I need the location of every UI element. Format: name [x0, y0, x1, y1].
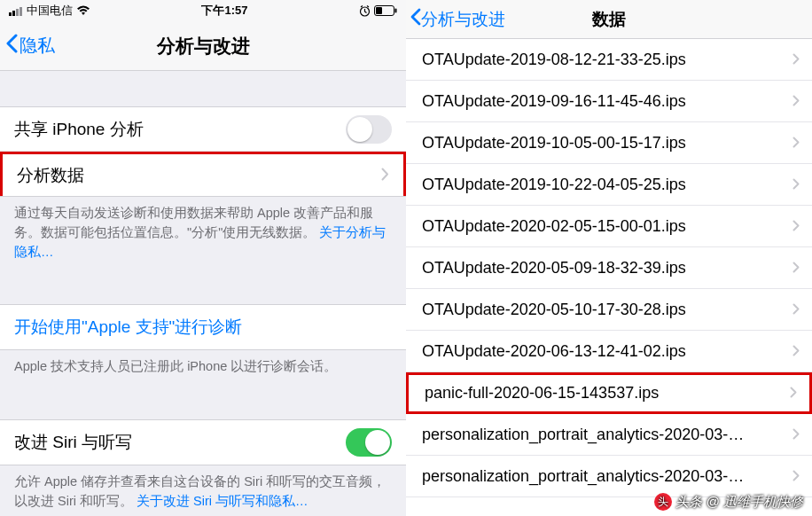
improve-siri-switch[interactable]	[346, 428, 392, 457]
analytics-data-row[interactable]: 分析数据	[0, 152, 406, 196]
status-bar: 中国电信 下午1:57	[0, 0, 406, 21]
chevron-left-icon	[5, 34, 18, 58]
nav-bar: 隐私 分析与改进	[0, 21, 406, 71]
data-file-label: OTAUpdate-2019-09-16-11-45-46.ips	[422, 92, 686, 111]
data-file-label: OTAUpdate-2019-10-05-00-15-17.ips	[422, 134, 686, 152]
improve-siri-label: 改进 Siri 与听写	[14, 431, 132, 454]
data-file-row[interactable]: personalization_portrait_analytics-2020-…	[406, 414, 812, 456]
wifi-icon	[76, 5, 90, 16]
data-file-row[interactable]: OTAUpdate-2019-08-12-21-33-25.ips	[406, 39, 812, 81]
data-nav-bar: 分析与改进 数据	[406, 0, 812, 39]
watermark-logo-icon: 头	[654, 493, 672, 511]
data-file-label: panic-full-2020-06-15-143537.ips	[425, 384, 659, 403]
diagnostics-label: 开始使用"Apple 支持"进行诊断	[14, 316, 242, 339]
svg-rect-2	[16, 9, 19, 16]
svg-rect-1	[12, 11, 15, 16]
improve-siri-row[interactable]: 改进 Siri 与听写	[0, 420, 406, 465]
svg-rect-0	[9, 12, 12, 16]
data-file-row[interactable]: OTAUpdate-2020-05-10-17-30-28.ips	[406, 289, 812, 331]
data-file-label: OTAUpdate-2019-10-22-04-05-25.ips	[422, 176, 686, 194]
chevron-right-icon	[790, 384, 797, 403]
carrier-label: 中国电信	[27, 3, 73, 19]
data-file-label: OTAUpdate-2020-02-05-15-00-01.ips	[422, 217, 686, 236]
data-file-label: personalization_portrait_analytics-2020-…	[422, 426, 744, 444]
data-file-label: OTAUpdate-2020-05-10-17-30-28.ips	[422, 301, 686, 319]
data-file-row[interactable]: OTAUpdate-2020-05-09-18-32-39.ips	[406, 247, 812, 289]
share-analytics-label: 共享 iPhone 分析	[14, 118, 144, 141]
data-list: OTAUpdate-2019-08-12-21-33-25.ipsOTAUpda…	[406, 39, 812, 497]
data-file-label: OTAUpdate-2019-08-12-21-33-25.ips	[422, 51, 686, 69]
status-time: 下午1:57	[201, 3, 247, 19]
signal-icon	[9, 6, 23, 16]
chevron-right-icon	[792, 259, 800, 278]
svg-rect-6	[376, 7, 382, 14]
chevron-right-icon	[792, 134, 800, 152]
svg-rect-3	[20, 7, 22, 16]
about-siri-link[interactable]: 关于改进 Siri 与听写和隐私…	[137, 494, 308, 508]
data-file-label: OTAUpdate-2020-05-09-18-32-39.ips	[422, 259, 686, 278]
data-file-row[interactable]: panic-full-2020-06-15-143537.ips	[406, 372, 812, 414]
chevron-right-icon	[792, 467, 800, 486]
alarm-icon	[359, 5, 371, 17]
data-page-title: 数据	[592, 8, 626, 31]
data-file-row[interactable]: personalization_portrait_analytics-2020-…	[406, 456, 812, 497]
back-button[interactable]: 隐私	[5, 34, 55, 58]
share-analytics-row[interactable]: 共享 iPhone 分析	[0, 107, 406, 152]
data-back-label: 分析与改进	[421, 8, 505, 31]
diagnostics-footer-text: Apple 技术支持人员已注册此 iPhone 以进行诊断会话。	[14, 359, 337, 373]
back-label: 隐私	[20, 34, 55, 58]
watermark-text: 头条 @ 迅维手机快修	[675, 494, 803, 511]
data-file-label: OTAUpdate-2020-06-13-12-41-02.ips	[422, 342, 686, 361]
data-file-row[interactable]: OTAUpdate-2019-10-05-00-15-17.ips	[406, 122, 812, 164]
data-back-button[interactable]: 分析与改进	[410, 8, 505, 31]
chevron-left-icon	[410, 8, 421, 30]
page-title: 分析与改进	[157, 34, 250, 59]
battery-icon	[374, 5, 397, 16]
analytics-data-label: 分析数据	[17, 164, 84, 187]
data-file-row[interactable]: OTAUpdate-2019-10-22-04-05-25.ips	[406, 164, 812, 206]
data-file-row[interactable]: OTAUpdate-2020-02-05-15-00-01.ips	[406, 206, 812, 247]
chevron-right-icon	[792, 342, 800, 361]
chevron-right-icon	[792, 301, 800, 319]
chevron-right-icon	[792, 92, 800, 111]
data-file-row[interactable]: OTAUpdate-2020-06-13-12-41-02.ips	[406, 331, 812, 372]
data-file-label: personalization_portrait_analytics-2020-…	[422, 467, 744, 486]
chevron-right-icon	[792, 51, 800, 69]
analytics-footer: 通过每天自动发送诊断和使用数据来帮助 Apple 改善产品和服务。数据可能包括位…	[0, 197, 406, 274]
chevron-right-icon	[792, 426, 800, 444]
diagnostics-footer: Apple 技术支持人员已注册此 iPhone 以进行诊断会话。	[0, 350, 406, 389]
data-file-row[interactable]: OTAUpdate-2019-09-16-11-45-46.ips	[406, 81, 812, 122]
svg-rect-7	[395, 9, 397, 13]
watermark: 头 头条 @ 迅维手机快修	[654, 493, 803, 511]
share-analytics-switch[interactable]	[346, 115, 392, 144]
chevron-right-icon	[792, 176, 800, 194]
chevron-right-icon	[381, 166, 389, 185]
chevron-right-icon	[792, 217, 800, 236]
diagnostics-row[interactable]: 开始使用"Apple 支持"进行诊断	[0, 305, 406, 349]
siri-footer: 允许 Apple 储存并查看来自这台设备的 Siri 和听写的交互音频，以改进 …	[0, 465, 406, 516]
